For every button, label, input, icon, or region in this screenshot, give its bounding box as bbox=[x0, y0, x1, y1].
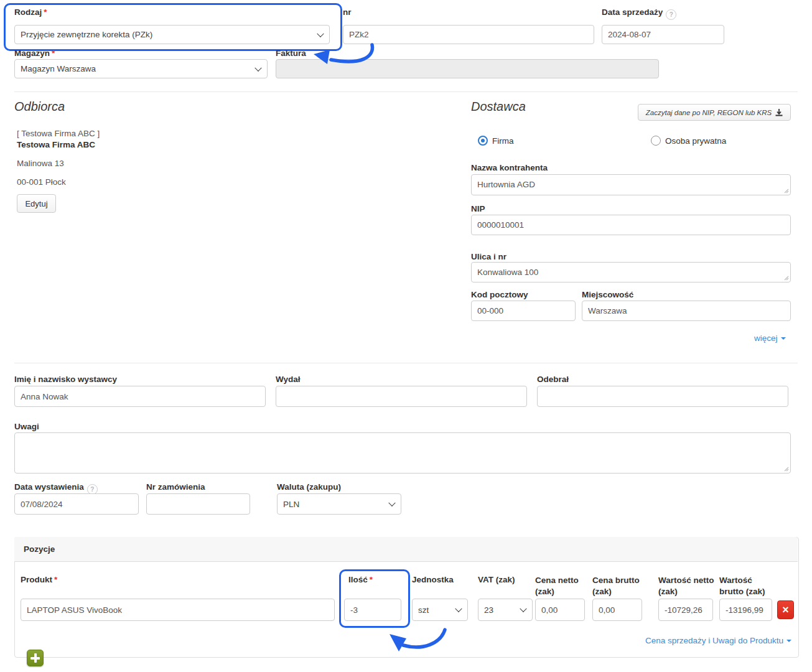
wiecej-link[interactable]: więcej bbox=[754, 334, 786, 343]
wiecej-link-label: więcej bbox=[754, 334, 778, 343]
magazyn-selected-value: Magazyn Warszawa bbox=[21, 64, 96, 73]
uwagi-label: Uwagi bbox=[14, 422, 39, 431]
wydal-label: Wydał bbox=[276, 375, 301, 384]
cena-sprzedazy-uwagi-link[interactable]: Cena sprzedaży i Uwagi do Produktu bbox=[645, 636, 791, 645]
wystawca-label: Imię i nazwisko wystawcy bbox=[14, 375, 117, 384]
col-jednostka-label: Jednostka bbox=[412, 575, 454, 584]
radio-firma-label: Firma bbox=[492, 136, 514, 146]
miejscowosc-label: Miejscowość bbox=[582, 290, 633, 299]
magazyn-label-text: Magazyn bbox=[14, 49, 50, 58]
chevron-down-icon bbox=[388, 500, 395, 506]
odbiorca-name: Testowa Firma ABC bbox=[17, 140, 95, 149]
caret-down-icon bbox=[781, 337, 786, 340]
odbiorca-city: 00-001 Płock bbox=[17, 177, 66, 187]
pozycje-panel-header: Pozycje bbox=[14, 537, 798, 562]
dostawca-heading: Dostawca bbox=[471, 100, 526, 114]
plus-icon bbox=[34, 653, 37, 663]
odbiorca-alias: [ Testowa Firma ABC ] bbox=[17, 129, 100, 138]
kod-pocztowy-input[interactable] bbox=[471, 301, 576, 321]
fetch-button-label: Zaczytaj dane po NIP, REGON lub KRS bbox=[646, 109, 772, 116]
document-form-page: Rodzaj* Przyjęcie zewnętrzne korekta (PZ… bbox=[0, 0, 812, 672]
col-wartosc-netto-label: Wartość netto (zak) bbox=[658, 575, 716, 597]
delete-row-button[interactable]: × bbox=[777, 600, 794, 619]
jednostka-selected-value: szt bbox=[418, 605, 429, 615]
faktura-label: Faktura bbox=[276, 49, 306, 58]
jednostka-select[interactable]: szt bbox=[412, 599, 468, 621]
miejscowosc-input[interactable] bbox=[582, 301, 791, 321]
col-produkt-label: Produkt* bbox=[21, 575, 57, 584]
rodzaj-label-text: Rodzaj bbox=[14, 7, 42, 17]
chevron-down-icon bbox=[455, 605, 462, 612]
odbiorca-heading: Odbiorca bbox=[14, 100, 65, 114]
col-ilosc-text: Ilość bbox=[348, 575, 368, 584]
required-asterisk: * bbox=[54, 575, 57, 584]
odbiorca-street: Malinowa 13 bbox=[17, 159, 64, 168]
odebral-input[interactable] bbox=[537, 386, 788, 407]
vat-selected-value: 23 bbox=[484, 605, 493, 615]
data-wystawienia-input[interactable] bbox=[14, 493, 139, 515]
col-produkt-text: Produkt bbox=[21, 575, 52, 584]
col-wartosc-brutto-label: Wartość brutto (zak) bbox=[719, 575, 777, 597]
nr-input[interactable] bbox=[343, 25, 594, 44]
magazyn-label: Magazyn* bbox=[14, 49, 55, 58]
faktura-input bbox=[276, 59, 659, 78]
uwagi-textarea[interactable] bbox=[14, 432, 791, 474]
download-icon bbox=[775, 109, 783, 116]
pozycje-heading: Pozycje bbox=[24, 544, 55, 554]
nip-label: NIP bbox=[471, 204, 485, 213]
chevron-down-icon bbox=[254, 64, 261, 71]
section-divider bbox=[14, 363, 798, 363]
col-ilosc-label: Ilość* bbox=[348, 575, 373, 584]
vat-select[interactable]: 23 bbox=[478, 599, 533, 621]
produkt-input[interactable] bbox=[21, 599, 335, 621]
help-icon[interactable]: ? bbox=[666, 9, 676, 20]
nazwa-kontrahenta-textarea[interactable]: Hurtownia AGD bbox=[471, 174, 791, 195]
waluta-label: Waluta (zakupu) bbox=[277, 482, 341, 492]
col-cena-netto-label: Cena netto (zak) bbox=[535, 575, 585, 597]
data-wystawienia-label: Data wystawienia? bbox=[14, 482, 98, 495]
col-cena-brutto-label: Cena brutto (zak) bbox=[592, 575, 642, 597]
caret-down-icon bbox=[786, 640, 791, 642]
kod-pocztowy-label: Kod pocztowy bbox=[471, 290, 528, 299]
radio-firma[interactable] bbox=[478, 136, 488, 146]
cena-sprzedazy-link-label: Cena sprzedaży i Uwagi do Produktu bbox=[645, 636, 783, 645]
magazyn-select[interactable]: Magazyn Warszawa bbox=[14, 59, 268, 78]
nazwa-kontrahenta-label: Nazwa kontrahenta bbox=[471, 163, 548, 172]
required-asterisk: * bbox=[370, 575, 373, 584]
ulica-textarea[interactable]: Konwaliowa 100 bbox=[471, 262, 791, 282]
col-vat-label: VAT (zak) bbox=[478, 575, 515, 584]
add-row-button[interactable] bbox=[27, 650, 44, 666]
radio-osoba-prywatna[interactable] bbox=[651, 136, 661, 146]
waluta-selected-value: PLN bbox=[283, 500, 299, 509]
rodzaj-selected-value: Przyjęcie zewnętrzne korekta (PZk) bbox=[21, 30, 152, 39]
nr-label: nr bbox=[343, 7, 352, 17]
wartosc-brutto-input[interactable] bbox=[719, 599, 772, 621]
section-divider bbox=[14, 91, 798, 92]
edit-recipient-button[interactable]: Edytuj bbox=[17, 194, 56, 213]
chevron-down-icon bbox=[317, 30, 324, 37]
odebral-label: Odebrał bbox=[537, 375, 569, 384]
data-sprzedazy-input[interactable] bbox=[602, 25, 724, 44]
wydal-input[interactable] bbox=[276, 386, 527, 407]
data-sprzedazy-label-text: Data sprzedaży bbox=[602, 7, 663, 17]
rodzaj-select[interactable]: Przyjęcie zewnętrzne korekta (PZk) bbox=[14, 25, 330, 44]
cena-brutto-input[interactable] bbox=[592, 599, 642, 621]
required-asterisk: * bbox=[44, 7, 47, 17]
radio-osoba-label: Osoba prywatna bbox=[665, 136, 726, 146]
rodzaj-label: Rodzaj* bbox=[14, 7, 47, 17]
fetch-nip-regon-krs-button[interactable]: Zaczytaj dane po NIP, REGON lub KRS bbox=[638, 104, 791, 121]
chevron-down-icon bbox=[520, 605, 526, 612]
nr-zamowienia-input[interactable] bbox=[146, 493, 250, 515]
data-wystawienia-label-text: Data wystawienia bbox=[14, 482, 84, 492]
delete-x-icon: × bbox=[782, 604, 789, 615]
wartosc-netto-input[interactable] bbox=[658, 599, 713, 621]
data-sprzedazy-label: Data sprzedaży? bbox=[602, 7, 676, 20]
waluta-select[interactable]: PLN bbox=[277, 493, 401, 515]
wystawca-input[interactable] bbox=[14, 386, 266, 407]
nr-zamowienia-label: Nr zamówienia bbox=[146, 482, 205, 492]
ilosc-input[interactable] bbox=[344, 599, 401, 621]
cena-netto-input[interactable] bbox=[535, 599, 585, 621]
ulica-label: Ulica i nr bbox=[471, 252, 506, 261]
required-asterisk: * bbox=[52, 49, 55, 58]
nip-input[interactable] bbox=[471, 215, 791, 235]
